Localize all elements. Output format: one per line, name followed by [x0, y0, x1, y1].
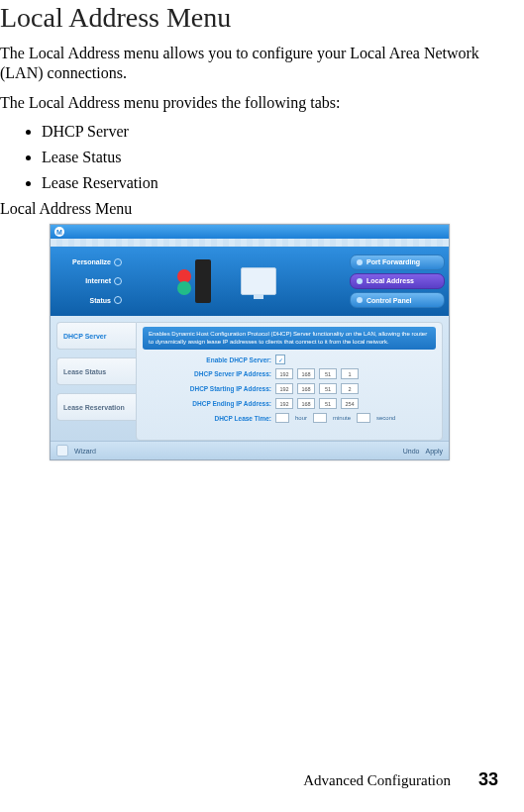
nav-button-label: Control Panel — [367, 297, 412, 304]
label-enable-dhcp: Enable DHCP Server: — [143, 356, 271, 363]
nav-button-label: Port Forwarding — [367, 258, 420, 265]
main-nav: Personalize Internet Status — [51, 247, 449, 316]
nav-button-label: Local Address — [367, 277, 414, 284]
label-lease-time: DHCP Lease Time: — [143, 415, 271, 422]
row-start-ip: DHCP Starting IP Address: 192 168 51 2 — [143, 383, 436, 394]
bullet-icon — [357, 297, 363, 303]
ip-octet-input[interactable]: 192 — [275, 398, 293, 409]
row-end-ip: DHCP Ending IP Address: 192 168 51 254 — [143, 398, 436, 409]
nav-button-control-panel[interactable]: Control Panel — [350, 292, 445, 308]
unit-second: second — [376, 415, 395, 421]
list-item: Lease Status — [42, 149, 498, 166]
page-number: 33 — [478, 769, 498, 790]
decorative-balls-icon — [177, 269, 191, 293]
nav-item-status[interactable]: Status — [54, 296, 122, 304]
wizard-button[interactable]: Wizard — [74, 448, 96, 455]
router-tower-icon — [195, 259, 211, 303]
tab-lease-status[interactable]: Lease Status — [56, 357, 136, 385]
content-area: DHCP Server Lease Status Lease Reservati… — [51, 316, 449, 441]
ip-octet-input[interactable]: 1 — [341, 368, 359, 379]
list-item: Lease Reservation — [42, 174, 498, 192]
lease-second-input[interactable] — [357, 413, 370, 423]
ip-octet-input[interactable]: 168 — [297, 368, 315, 379]
lease-minute-input[interactable] — [313, 413, 327, 423]
ip-octet-input[interactable]: 254 — [341, 398, 359, 409]
monitor-icon — [241, 267, 276, 295]
intro-paragraph: The Local Address menu allows you to con… — [0, 44, 498, 83]
row-enable-dhcp: Enable DHCP Server: ✓ — [143, 355, 436, 364]
nav-right-column: Port Forwarding Local Address Control Pa… — [346, 247, 449, 316]
nav-item-label: Status — [90, 297, 111, 304]
window-titlebar: M — [51, 225, 449, 239]
ip-octet-input[interactable]: 168 — [297, 383, 315, 394]
bullet-icon — [114, 296, 122, 304]
label-server-ip: DHCP Server IP Address: — [143, 370, 271, 377]
label-end-ip: DHCP Ending IP Address: — [143, 400, 271, 407]
undo-button[interactable]: Undo — [403, 448, 420, 455]
tabs-list: DHCP Server Lease Status Lease Reservati… — [0, 123, 498, 192]
dhcp-panel: Enables Dynamic Host Configuration Proto… — [136, 322, 443, 441]
ip-octet-input[interactable]: 51 — [319, 368, 337, 379]
nav-button-local-address[interactable]: Local Address — [350, 273, 445, 289]
motorola-logo-icon: M — [54, 227, 64, 237]
list-item: DHCP Server — [42, 123, 498, 141]
decorative-strip — [51, 239, 449, 247]
nav-item-label: Personalize — [72, 258, 111, 265]
ip-octet-input[interactable]: 51 — [319, 383, 337, 394]
figure-caption: Local Address Menu — [0, 200, 498, 218]
tab-lease-reservation[interactable]: Lease Reservation — [56, 393, 136, 421]
ip-octet-input[interactable]: 168 — [297, 398, 315, 409]
bullet-icon — [357, 278, 363, 284]
nav-left-column: Personalize Internet Status — [51, 247, 126, 316]
label-start-ip: DHCP Starting IP Address: — [143, 385, 271, 392]
nav-button-port-forwarding[interactable]: Port Forwarding — [350, 254, 445, 270]
tab-dhcp-server[interactable]: DHCP Server — [56, 322, 136, 350]
ip-octet-input[interactable]: 192 — [275, 383, 293, 394]
footer-section: Advanced Configuration — [303, 772, 451, 789]
panel-description: Enables Dynamic Host Configuration Proto… — [143, 327, 436, 350]
lease-hour-input[interactable] — [275, 413, 289, 423]
nav-item-internet[interactable]: Internet — [54, 277, 122, 285]
row-server-ip: DHCP Server IP Address: 192 168 51 1 — [143, 368, 436, 379]
tabs-intro: The Local Address menu provides the foll… — [0, 93, 498, 113]
footer-toolbar: Wizard Undo Apply — [51, 441, 449, 459]
ip-octet-input[interactable]: 51 — [319, 398, 337, 409]
bullet-icon — [114, 258, 122, 266]
unit-minute: minute — [333, 415, 351, 421]
checkbox-enable-dhcp[interactable]: ✓ — [275, 355, 285, 364]
nav-item-personalize[interactable]: Personalize — [54, 258, 122, 266]
page-footer: Advanced Configuration 33 — [303, 769, 498, 790]
nav-item-label: Internet — [85, 277, 111, 284]
ip-octet-input[interactable]: 192 — [275, 368, 293, 379]
bullet-icon — [357, 259, 363, 265]
ip-octet-input[interactable]: 2 — [341, 383, 359, 394]
nav-graphic — [126, 247, 346, 316]
wizard-icon[interactable] — [56, 445, 68, 457]
router-screenshot: M Personalize Internet Status — [50, 224, 450, 460]
bullet-icon — [114, 277, 122, 285]
row-lease-time: DHCP Lease Time: hour minute second — [143, 413, 436, 423]
page-title: Local Address Menu — [0, 2, 498, 34]
unit-hour: hour — [295, 415, 307, 421]
apply-button[interactable]: Apply — [425, 448, 443, 455]
side-tabs: DHCP Server Lease Status Lease Reservati… — [56, 322, 136, 441]
